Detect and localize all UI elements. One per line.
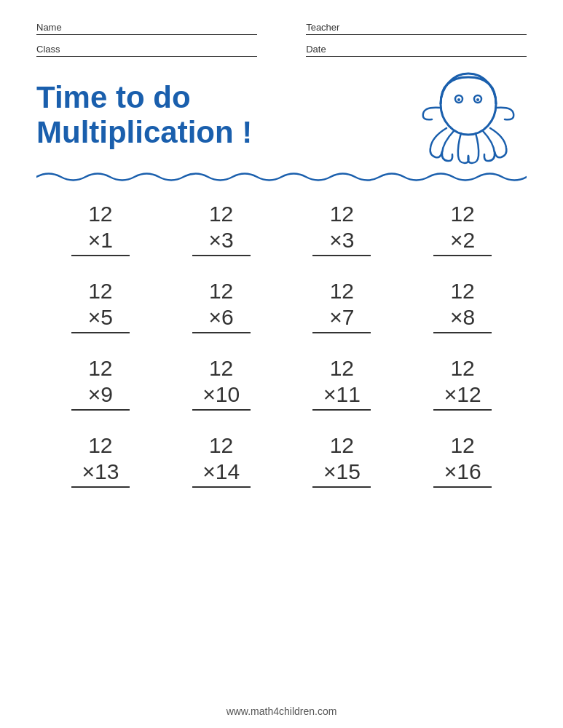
math-problem: 12×6 [165,278,278,333]
problem-top: 12 [450,278,474,304]
header-fields: Name Class Teacher Date [36,22,527,57]
problem-top: 12 [330,201,354,227]
problem-multiplier: ×16 [433,459,492,488]
math-problem: 12×7 [286,278,399,333]
problem-multiplier: ×15 [312,459,371,488]
problem-top: 12 [450,355,474,381]
problem-multiplier: ×2 [433,227,492,256]
problem-top: 12 [209,278,233,304]
teacher-label: Teacher [306,22,527,35]
octopus-image [410,64,527,166]
problem-multiplier: ×1 [71,227,130,256]
problem-multiplier: ×6 [192,304,251,333]
math-problem: 12×1 [44,201,157,256]
problem-top: 12 [88,355,112,381]
math-problem: 12×11 [286,355,399,411]
math-problem: 12×8 [406,278,519,333]
title-section: Time to do Multiplication ! [36,64,527,166]
math-problem: 12×5 [44,278,157,333]
problem-top: 12 [450,201,474,227]
math-problem: 12×9 [44,355,157,411]
problem-multiplier: ×7 [312,304,371,333]
math-problem: 12×16 [406,432,519,488]
problem-multiplier: ×8 [433,304,492,333]
main-title: Time to do Multiplication ! [36,80,252,151]
problem-multiplier: ×14 [192,459,251,488]
math-problem: 12×2 [406,201,519,256]
title-line2: Multiplication ! [36,115,252,150]
problem-multiplier: ×10 [192,381,251,411]
left-fields: Name Class [36,22,257,57]
problem-top: 12 [88,432,112,459]
problem-top: 12 [450,432,474,459]
math-problem: 12×12 [406,355,519,411]
problem-multiplier: ×5 [71,304,130,333]
name-label: Name [36,22,257,35]
problem-multiplier: ×3 [192,227,251,256]
math-problem: 12×14 [165,432,278,488]
problem-top: 12 [209,355,233,381]
worksheet-page: Name Class Teacher Date Time to do Multi… [0,0,563,728]
class-label: Class [36,44,257,57]
right-fields: Teacher Date [306,22,527,57]
problem-top: 12 [330,278,354,304]
problem-top: 12 [209,432,233,459]
math-problem: 12×3 [286,201,399,256]
date-label: Date [306,44,527,57]
problem-top: 12 [88,278,112,304]
problem-top: 12 [209,201,233,227]
svg-point-3 [457,98,460,101]
problems-grid: 12×112×312×312×212×512×612×712×812×912×1… [36,201,527,488]
problem-multiplier: ×11 [312,381,371,411]
math-problem: 12×15 [286,432,399,488]
math-problem: 12×10 [165,355,278,411]
problem-multiplier: ×13 [71,459,130,488]
math-problem: 12×3 [165,201,278,256]
problem-multiplier: ×12 [433,381,492,411]
problem-multiplier: ×3 [312,227,371,256]
svg-point-4 [476,98,479,101]
problem-top: 12 [330,432,354,459]
problem-top: 12 [88,201,112,227]
problem-top: 12 [330,355,354,381]
title-line1: Time to do [36,80,252,115]
website-url: www.math4children.com [227,705,337,717]
problem-multiplier: ×9 [71,381,130,411]
math-problem: 12×13 [44,432,157,488]
wave-divider [36,169,527,188]
footer: www.math4children.com [0,705,563,717]
